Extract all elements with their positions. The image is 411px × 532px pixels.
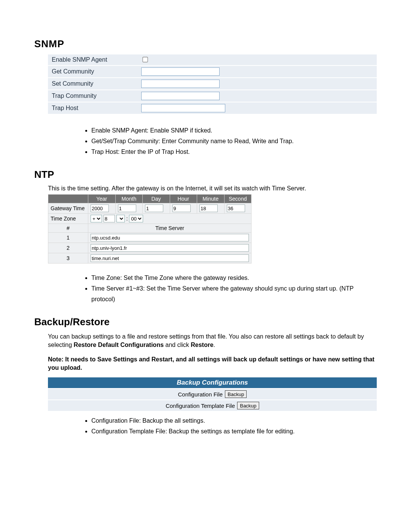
backup-config-table: Backup Configurations Configuration File…	[48, 377, 377, 412]
backup-bullets: Configuration File: Backup the all setti…	[84, 415, 377, 437]
ntp-header-day: Day	[143, 195, 170, 203]
ts-row: 3	[48, 253, 88, 264]
ntp-heading: NTP	[34, 169, 377, 181]
ntp-bullets: Time Zone: Set the Time Zone where the g…	[84, 273, 377, 305]
snmp-traphost-input[interactable]	[141, 104, 225, 112]
time-server-input-3[interactable]	[91, 254, 249, 262]
snmp-trapcomm-input[interactable]	[141, 92, 220, 100]
config-file-label: Configuration File	[178, 391, 223, 398]
ntp-header-second: Second	[224, 195, 252, 203]
year-input[interactable]	[91, 204, 109, 212]
snmp-bullet: Get/Set/Trap Community: Enter Community …	[91, 136, 377, 147]
ntp-bullet: Time Zone: Set the Time Zone where the g…	[91, 273, 377, 283]
snmp-bullet: Enable SNMP Agent: Enable SNMP if ticked…	[91, 125, 377, 136]
backup-config-button[interactable]: Backup	[225, 390, 247, 398]
gateway-time-label: Gateway Time	[48, 203, 88, 214]
snmp-bullet: Trap Host: Enter the IP of Trap Host.	[91, 147, 377, 157]
num-header: #	[48, 224, 88, 233]
snmp-traphost-label: Trap Host	[48, 102, 137, 114]
day-input[interactable]	[145, 204, 163, 212]
snmp-enable-checkbox[interactable]	[142, 57, 148, 62]
backup-bullet: Configuration File: Backup the all setti…	[91, 415, 377, 426]
backup-paragraph: You can backup settings to a file and re…	[48, 332, 377, 349]
ntp-header-minute: Minute	[197, 195, 225, 203]
snmp-heading: SNMP	[34, 38, 377, 50]
backup-bullet: Configuration Template File: Backup the …	[91, 426, 377, 437]
tz-min-select[interactable]: 00	[129, 215, 143, 222]
ts-row: 2	[48, 243, 88, 253]
ntp-header-hour: Hour	[170, 195, 197, 203]
backup-heading: Backup/Restore	[34, 316, 377, 328]
ts-row: 1	[48, 233, 88, 243]
ntp-bullet: Time Server #1~#3: Set the Time Server w…	[91, 283, 377, 305]
config-template-label: Configuration Template File	[166, 403, 235, 409]
snmp-trapcomm-label: Trap Community	[48, 90, 137, 102]
ntp-header-month: Month	[115, 195, 143, 203]
tz-hours-input[interactable]	[104, 215, 115, 222]
snmp-bullets: Enable SNMP Agent: Enable SNMP if ticked…	[84, 125, 377, 157]
backup-note: Note: It needs to Save Settings and Rest…	[48, 355, 377, 372]
hour-input[interactable]	[172, 204, 191, 212]
ntp-table: Year Month Day Hour Minute Second Gatewa…	[48, 194, 252, 264]
time-server-header: Time Server	[88, 224, 252, 233]
tz-sign-select[interactable]: +	[91, 215, 102, 222]
time-server-input-1[interactable]	[91, 234, 249, 241]
minute-input[interactable]	[199, 204, 218, 212]
snmp-table: Enable SNMP Agent Get Community Set Comm…	[48, 54, 377, 115]
second-input[interactable]	[227, 204, 245, 212]
snmp-get-input[interactable]	[141, 67, 220, 76]
ntp-header-year: Year	[88, 195, 116, 203]
ntp-header-blank	[48, 195, 88, 203]
snmp-set-label: Set Community	[48, 78, 137, 90]
tz-hours-sel[interactable]	[116, 215, 125, 222]
backup-template-button[interactable]: Backup	[237, 402, 259, 409]
snmp-get-label: Get Community	[48, 66, 137, 78]
time-server-input-2[interactable]	[91, 244, 249, 252]
snmp-enable-label: Enable SNMP Agent	[48, 54, 137, 66]
snmp-set-input[interactable]	[141, 80, 220, 88]
ntp-intro: This is the time setting. After the gate…	[48, 185, 377, 192]
backup-table-header: Backup Configurations	[48, 377, 377, 388]
tz-colon: :	[126, 216, 128, 222]
month-input[interactable]	[118, 204, 136, 212]
time-zone-label: Time Zone	[48, 214, 88, 224]
